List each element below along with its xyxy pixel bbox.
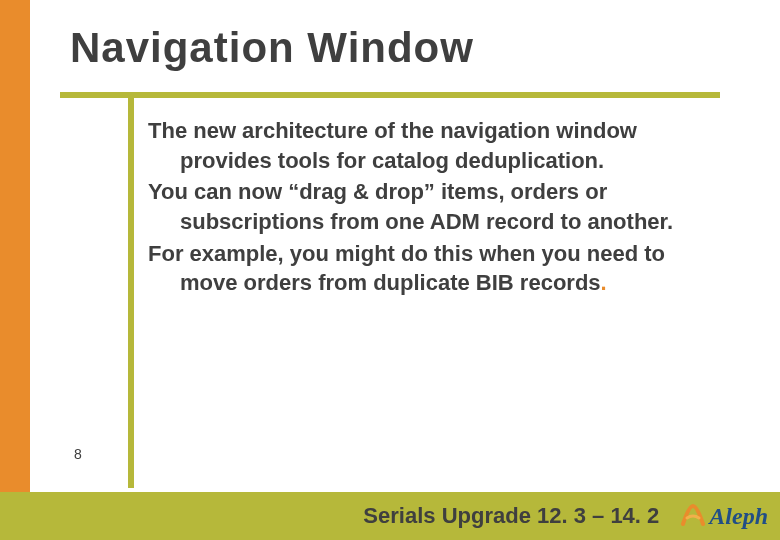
slide: Navigation Window The new architecture o… (0, 0, 780, 540)
paragraph-2: You can now “drag & drop” items, orders … (148, 177, 720, 236)
paragraph-3: For example, you might do this when you … (148, 239, 720, 298)
body-text: The new architecture of the navigation w… (148, 116, 720, 300)
left-accent-bar (0, 0, 30, 540)
footer-title: Serials Upgrade 12. 3 – 14. 2 (363, 503, 659, 529)
aleph-logo-text: Aleph (709, 503, 768, 530)
aleph-logo-icon (679, 502, 707, 530)
page-number: 8 (74, 446, 82, 462)
slide-title: Navigation Window (70, 24, 474, 72)
footer-bar: Serials Upgrade 12. 3 – 14. 2 Aleph (0, 492, 780, 540)
paragraph-1: The new architecture of the navigation w… (148, 116, 720, 175)
horizontal-rule (60, 92, 720, 98)
aleph-logo: Aleph (679, 502, 768, 530)
vertical-rule (128, 92, 134, 488)
paragraph-3-dot: . (601, 270, 607, 295)
paragraph-3-text: For example, you might do this when you … (148, 241, 665, 296)
